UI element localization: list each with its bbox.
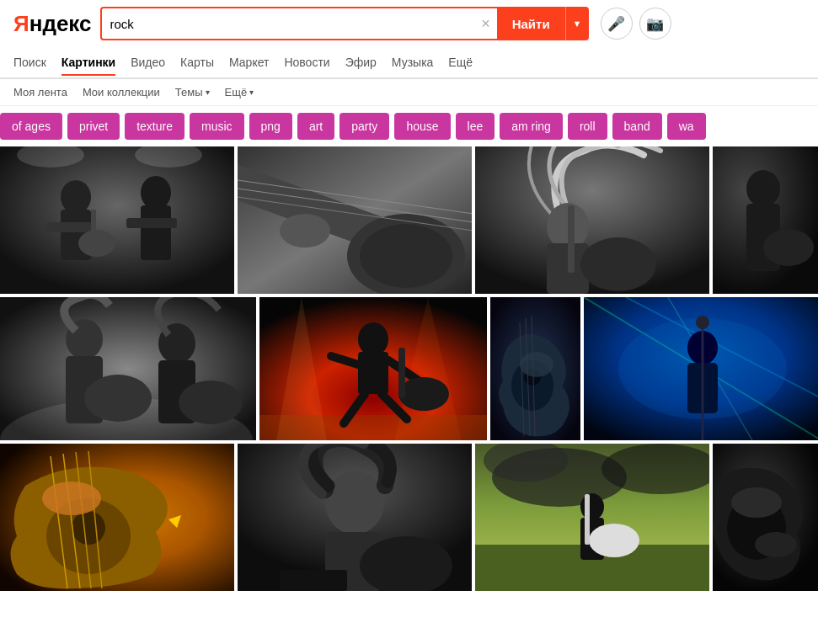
svg-point-3 — [61, 180, 91, 214]
list-item[interactable] — [584, 297, 818, 440]
list-item[interactable] — [475, 146, 709, 294]
search-actions: 🎤 📷 — [601, 8, 671, 40]
image-row-1 — [0, 146, 818, 294]
list-item[interactable] — [713, 444, 818, 591]
svg-point-6 — [141, 176, 171, 210]
svg-point-25 — [746, 170, 780, 207]
nav-item-maps[interactable]: Карты — [180, 51, 214, 74]
list-item[interactable] — [238, 146, 472, 294]
list-item[interactable] — [713, 146, 818, 294]
svg-point-71 — [42, 482, 101, 515]
microphone-icon: 🎤 — [607, 15, 625, 33]
svg-point-74 — [325, 471, 384, 535]
nav-item-more[interactable]: Ещё — [448, 51, 473, 74]
voice-search-button[interactable]: 🎤 — [601, 8, 633, 40]
search-form: × Найти ▼ — [100, 7, 589, 40]
svg-point-54 — [520, 352, 553, 377]
nav-item-news[interactable]: Новости — [284, 51, 329, 74]
svg-rect-8 — [126, 218, 177, 228]
tag-privet[interactable]: privet — [67, 113, 120, 140]
svg-rect-10 — [91, 210, 96, 247]
sub-nav-feed[interactable]: Моя лента — [13, 86, 67, 98]
tag-texture[interactable]: texture — [125, 113, 184, 140]
svg-rect-41 — [358, 352, 388, 394]
svg-point-14 — [360, 224, 452, 288]
nav-item-music[interactable]: Музыка — [392, 51, 434, 74]
svg-point-40 — [358, 322, 388, 356]
svg-point-90 — [755, 532, 797, 557]
clear-button[interactable]: × — [474, 16, 497, 31]
nav-item-video[interactable]: Видео — [131, 51, 165, 74]
nav-item-search[interactable]: Поиск — [13, 51, 46, 74]
svg-point-46 — [398, 377, 449, 411]
header: Яндекс × Найти ▼ 🎤 📷 — [0, 0, 818, 47]
svg-rect-7 — [141, 205, 171, 260]
svg-point-27 — [763, 229, 814, 266]
sub-nav: Моя лента Мои коллекции Темы▾ Ещё▾ — [0, 79, 818, 106]
search-button[interactable]: Найти — [497, 7, 565, 40]
tag-art[interactable]: art — [297, 113, 334, 140]
list-item[interactable] — [0, 444, 234, 591]
tag-music[interactable]: music — [190, 113, 244, 140]
svg-rect-77 — [280, 570, 347, 591]
tag-wa[interactable]: wa — [667, 113, 706, 140]
image-search-button[interactable]: 📷 — [639, 8, 671, 40]
tag-house[interactable]: house — [394, 113, 450, 140]
main-nav: Поиск Картинки Видео Карты Маркет Новост… — [0, 47, 818, 79]
list-item[interactable] — [238, 444, 472, 591]
tag-band[interactable]: band — [612, 113, 662, 140]
tag-roll[interactable]: roll — [568, 113, 607, 140]
svg-rect-86 — [585, 494, 590, 545]
sub-nav-themes[interactable]: Темы▾ — [175, 86, 210, 98]
tag-of-ages[interactable]: of ages — [0, 113, 62, 140]
nav-item-images[interactable]: Картинки — [61, 51, 115, 76]
svg-point-89 — [731, 487, 782, 518]
svg-point-9 — [78, 230, 115, 257]
svg-rect-47 — [398, 348, 405, 398]
svg-point-85 — [589, 524, 639, 557]
tag-lee[interactable]: lee — [456, 113, 495, 140]
nav-item-efir[interactable]: Эфир — [345, 51, 377, 74]
svg-rect-0 — [0, 146, 234, 294]
tag-party[interactable]: party — [339, 113, 389, 140]
svg-point-18 — [280, 214, 330, 247]
list-item[interactable] — [490, 297, 580, 440]
tags-row: of ages privet texture music png art par… — [0, 106, 818, 146]
svg-rect-5 — [46, 222, 93, 232]
logo[interactable]: Яндекс — [13, 11, 92, 37]
tag-png[interactable]: png — [249, 113, 292, 140]
list-item[interactable] — [259, 297, 487, 440]
search-button-group: Найти ▼ — [497, 7, 589, 40]
image-row-2 — [0, 297, 818, 440]
image-row-3 — [0, 444, 818, 591]
list-item[interactable] — [0, 297, 256, 440]
svg-point-34 — [84, 375, 152, 422]
svg-point-35 — [179, 381, 243, 424]
search-input[interactable] — [102, 8, 475, 39]
sub-nav-collections[interactable]: Мои коллекции — [83, 86, 160, 98]
list-item[interactable] — [0, 146, 234, 294]
svg-point-83 — [580, 493, 604, 520]
search-dropdown-button[interactable]: ▼ — [565, 7, 589, 40]
svg-point-22 — [580, 237, 656, 291]
list-item[interactable] — [475, 444, 709, 591]
svg-point-66 — [72, 511, 105, 545]
svg-point-63 — [696, 316, 709, 329]
tag-am-ring[interactable]: am ring — [500, 113, 563, 140]
nav-item-market[interactable]: Маркет — [229, 51, 269, 74]
sub-nav-eshche[interactable]: Ещё▾ — [225, 86, 254, 98]
camera-icon: 📷 — [646, 15, 664, 33]
svg-rect-23 — [568, 205, 575, 273]
